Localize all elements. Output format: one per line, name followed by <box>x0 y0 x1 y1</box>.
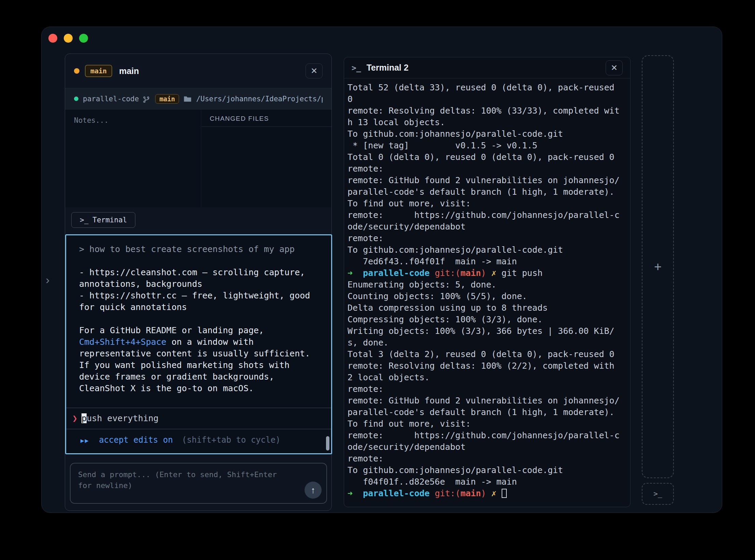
user-message: > how to best create screenshots of my a… <box>79 244 323 255</box>
fast-forward-icon: ▶▶ <box>80 437 89 444</box>
claude-transcript: > how to best create screenshots of my a… <box>66 235 331 408</box>
sidebar-expand-chevron-icon[interactable]: › <box>46 273 49 286</box>
zoom-window-button[interactable] <box>79 34 88 43</box>
notes-area[interactable]: Notes... <box>65 109 201 207</box>
session-header: main main ✕ <box>65 54 331 88</box>
session-title: main <box>119 66 139 76</box>
repo-bar: parallel-code main /Users/johannes/IdeaP… <box>65 88 331 109</box>
terminal-title: Terminal 2 <box>367 63 409 73</box>
open-terminal-button[interactable]: >_ Terminal <box>71 212 135 228</box>
mode-label: accept edits on <box>99 435 173 445</box>
changed-files-header: CHANGED FILES <box>202 109 331 127</box>
input-text: ush everything <box>87 413 159 423</box>
add-terminal-button[interactable]: >_ <box>642 483 674 505</box>
minimize-window-button[interactable] <box>64 34 73 43</box>
add-panel-dropzone[interactable]: + <box>642 55 674 478</box>
close-session-button[interactable]: ✕ <box>306 63 323 78</box>
screen: › main main ✕ parallel-code main /Users/… <box>0 0 755 560</box>
prompt-placeholder: Send a prompt... (Enter to send, Shift+E… <box>78 469 281 491</box>
mode-hint: (shift+tab to cycle) <box>182 435 280 445</box>
repo-branch-badge: main <box>155 94 179 104</box>
claude-response: - https://cleanshot.com — scrolling capt… <box>79 267 323 394</box>
terminal-panel: >_ Terminal 2 ✕ Total 52 (delta 33), reu… <box>344 57 631 507</box>
session-status-dot <box>74 68 79 74</box>
session-panel: main main ✕ parallel-code main /Users/jo… <box>65 54 332 511</box>
claude-code-pane[interactable]: > how to best create screenshots of my a… <box>65 234 332 454</box>
prompt-chevron-icon: ❯ <box>72 413 77 423</box>
app-window: › main main ✕ parallel-code main /Users/… <box>41 27 722 513</box>
scrollbar-thumb[interactable] <box>326 436 329 451</box>
repo-name: parallel-code <box>83 95 139 103</box>
terminal-button-label: Terminal <box>92 216 127 224</box>
close-terminal-button[interactable]: ✕ <box>606 60 623 75</box>
git-branch-icon <box>143 95 151 103</box>
terminal-header: >_ Terminal 2 ✕ <box>344 57 630 78</box>
terminal-prompt-icon: >_ <box>80 216 88 224</box>
terminal-prompt-icon: >_ <box>653 490 662 498</box>
close-window-button[interactable] <box>48 34 57 43</box>
repo-status-dot <box>74 97 78 101</box>
send-button[interactable]: ↑ <box>305 482 322 499</box>
plus-icon: + <box>654 260 662 274</box>
folder-icon <box>183 95 192 102</box>
traffic-lights <box>48 34 88 43</box>
repo-path: /Users/johannes/IdeaProjects/parallel-co… <box>196 95 323 103</box>
claude-mode-status: ▶▶ accept edits on (shift+tab to cycle) <box>66 429 331 453</box>
terminal-output: Total 52 (delta 33), reused 0 (delta 0),… <box>344 78 630 499</box>
text-cursor: p <box>82 413 87 423</box>
changed-files-panel: CHANGED FILES <box>202 109 331 207</box>
claude-input-line[interactable]: ❯push everything <box>66 408 331 429</box>
branch-badge: main <box>85 65 112 77</box>
prompt-input[interactable]: Send a prompt... (Enter to send, Shift+E… <box>70 463 327 504</box>
terminal-prompt-icon: >_ <box>352 63 361 72</box>
